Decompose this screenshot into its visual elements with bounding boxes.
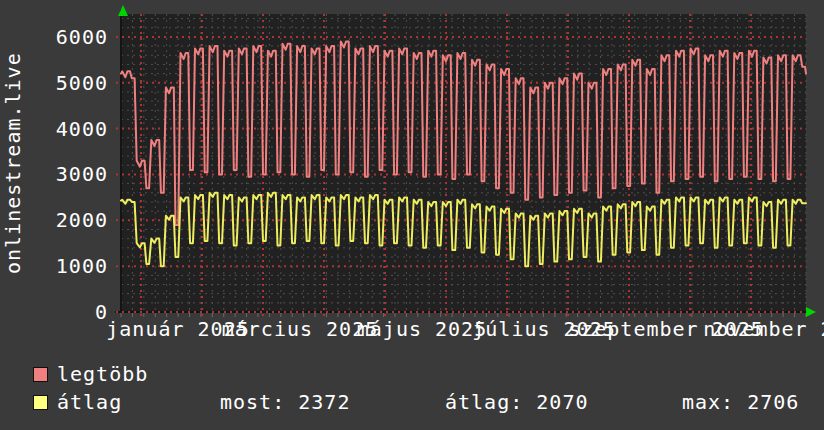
y-tick-label: 1000	[36, 255, 108, 277]
stat-most: most: 2372	[220, 390, 350, 414]
legend-label-atlag: átlag	[57, 390, 122, 414]
rrd-graph: onlinestream.live 0100020003000400050006…	[0, 0, 824, 430]
axis-arrow-up-icon	[118, 5, 128, 16]
y-tick-label: 0	[36, 301, 108, 323]
x-tick-label: november 2025	[703, 318, 824, 340]
axis-arrow-right-icon	[806, 307, 816, 317]
legend-row-legtobb: legtöbb	[33, 362, 148, 384]
legend-label-legtobb: legtöbb	[57, 362, 148, 386]
y-tick-label: 4000	[36, 118, 108, 140]
legend-swatch-atlag	[33, 395, 48, 410]
x-tick-label: március 2025	[222, 318, 379, 340]
y-tick-label: 6000	[36, 26, 108, 48]
y-tick-label: 2000	[36, 209, 108, 231]
stat-atlag: átlag: 2070	[445, 390, 588, 414]
legend-swatch-legtobb	[33, 367, 48, 382]
stat-max: max: 2706	[682, 390, 799, 414]
x-tick-label: május 2025	[357, 318, 487, 340]
y-tick-label: 5000	[36, 72, 108, 94]
legend-row-atlag: átlag most: 2372 átlag: 2070 max: 2706	[33, 390, 122, 412]
y-tick-label: 3000	[36, 163, 108, 185]
